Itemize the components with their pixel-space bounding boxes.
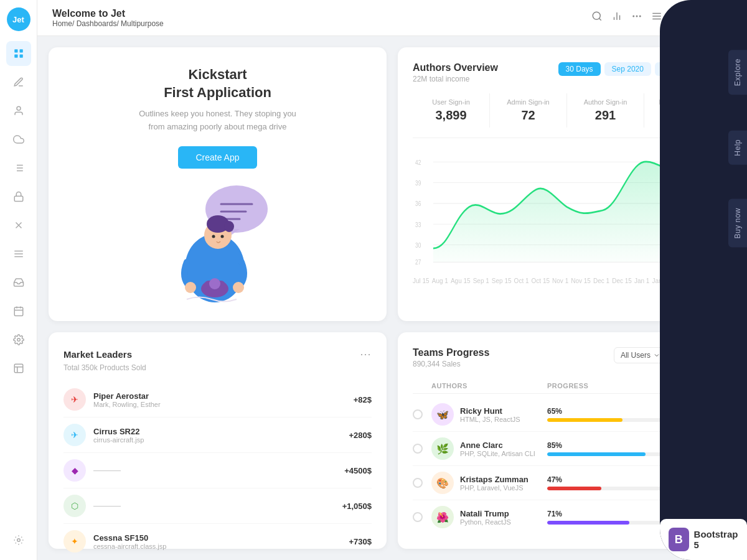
svg-point-49: [224, 221, 234, 232]
progress-bar-fill: [547, 418, 622, 422]
x-label: Sep 1: [473, 278, 489, 284]
progress-bar-fill: [547, 521, 629, 525]
search-icon[interactable]: [591, 11, 603, 25]
breadcrumb-home[interactable]: Home/: [52, 19, 74, 28]
create-app-button[interactable]: Create App: [178, 146, 256, 169]
svg-point-32: [640, 16, 641, 17]
sidebar-item-list[interactable]: [6, 156, 31, 180]
svg-text:30: 30: [415, 241, 421, 249]
progress-bar-bg: [547, 487, 663, 490]
progress-bar-bg: [547, 418, 663, 422]
svg-line-27: [599, 18, 601, 20]
market-item: ✈ Cirrus SR22 cirrus-aircraft.jsp +280$: [63, 418, 372, 453]
authors-title-group: Authors Overview 22M total income: [413, 62, 498, 83]
svg-rect-2: [14, 55, 17, 58]
team-author-anne: 🌿 Anne Clarc PHP, SQLite, Artisan CLI: [431, 437, 547, 460]
market-leaders-card: Market Leaders ⋯ Total 350k Products Sol…: [49, 332, 387, 549]
market-info-4: ————: [93, 502, 342, 510]
team-member-name: Anne Clarc: [460, 441, 535, 450]
help-button[interactable]: Help: [728, 131, 747, 165]
svg-text:27: 27: [415, 258, 421, 265]
sidebar-item-calendar[interactable]: [6, 299, 31, 324]
team-author-ricky: 🦋 Ricky Hunt HTML, JS, ReactJS: [431, 403, 547, 426]
x-label: Oct 1: [514, 278, 529, 284]
sidebar-item-lock[interactable]: [6, 184, 31, 209]
authors-subtitle: 22M total income: [413, 75, 498, 83]
svg-point-31: [636, 16, 637, 17]
svg-rect-17: [14, 307, 23, 316]
row-checkbox[interactable]: [413, 409, 431, 419]
market-value-3: +4500$: [344, 466, 372, 475]
bootstrap-icon: B: [669, 528, 689, 551]
sidebar-item-cloud[interactable]: [6, 127, 31, 152]
authors-title: Authors Overview: [413, 62, 498, 73]
sidebar-item-user[interactable]: [6, 98, 31, 123]
teams-title-group: Teams Progress 890,344 Sales: [413, 347, 489, 368]
row-checkbox[interactable]: [413, 478, 431, 488]
team-author-kristaps: 🎨 Kristaps Zumman PHP, Laravel, VueJS: [431, 472, 547, 494]
sidebar-item-settings2[interactable]: [6, 327, 31, 352]
sidebar-item-inbox[interactable]: [6, 270, 31, 295]
main-content: Welcome to Jet Home/ Dashboards/ Multipu…: [37, 0, 747, 560]
market-name: Cessna SF150: [93, 533, 349, 543]
team-progress-ricky: 65%: [547, 407, 663, 422]
more-options-button[interactable]: ⋯: [360, 347, 372, 361]
svg-point-33: [633, 16, 634, 17]
market-item: ✦ Cessna SF150 cessna-aircraft.class.jsp…: [63, 524, 372, 559]
progress-label: 47%: [547, 475, 663, 484]
sidebar-item-layout[interactable]: [6, 356, 31, 381]
tab-30days[interactable]: 30 Days: [558, 62, 601, 76]
buy-now-button[interactable]: Buy now: [728, 199, 747, 248]
svg-rect-0: [14, 49, 17, 52]
team-tech: HTML, JS, ReactJS: [460, 416, 520, 423]
svg-text:33: 33: [415, 220, 421, 228]
bootstrap-label: Bootstrap 5: [694, 529, 738, 550]
explore-button[interactable]: Explore: [728, 50, 747, 95]
sidebar-item-menu[interactable]: [6, 241, 31, 266]
breadcrumb-dashboards[interactable]: Dashboards/: [77, 19, 119, 28]
svg-point-51: [220, 235, 223, 238]
market-icon-3: ◆: [63, 459, 86, 482]
market-value-4: +1,050$: [342, 502, 372, 511]
page-title: Welcome to Jet: [52, 8, 591, 19]
svg-point-50: [212, 235, 215, 238]
progress-bar-fill: [547, 487, 601, 490]
chart-icon[interactable]: [611, 11, 622, 25]
progress-bar-bg: [547, 521, 663, 525]
x-label: Agu 15: [451, 278, 471, 284]
stat-value-admin: 72: [490, 108, 566, 123]
team-tech: PHP, SQLite, Artisan CLI: [460, 450, 535, 457]
apps-icon[interactable]: [631, 11, 642, 25]
sidebar-item-pen[interactable]: [6, 70, 31, 95]
breadcrumb: Home/ Dashboards/ Multipurpose: [52, 19, 591, 28]
market-sub: cessna-aircraft.class.jsp: [93, 543, 349, 550]
market-leaders-header: Market Leaders ⋯: [63, 347, 372, 361]
sidebar-item-gear[interactable]: [6, 528, 31, 553]
team-author-natali: 🌺 Natali Trump Python, ReactJS: [431, 506, 547, 528]
content-grid: Kickstart First Application Outlines kee…: [37, 36, 747, 560]
tab-sep2020[interactable]: Sep 2020: [604, 62, 651, 76]
kickstart-title: Kickstart First Application: [137, 66, 299, 101]
row-checkbox[interactable]: [413, 444, 431, 454]
market-item: ⬡ ———— +1,050$: [63, 488, 372, 524]
team-tech: Python, ReactJS: [460, 518, 511, 526]
stat-admin-signin: Admin Sign-in 72: [490, 93, 567, 128]
market-leaders-subtitle: Total 350k Products Sold: [63, 363, 372, 372]
svg-text:36: 36: [415, 200, 421, 207]
x-label: Nov 1: [552, 278, 568, 284]
logo[interactable]: Jet: [7, 7, 31, 31]
svg-rect-11: [14, 196, 23, 201]
svg-rect-1: [19, 49, 22, 52]
row-checkbox[interactable]: [413, 512, 431, 522]
progress-bar-fill: [547, 452, 646, 456]
market-info-3: ————: [93, 467, 344, 474]
x-label: Dec 15: [612, 278, 632, 284]
team-progress-kristaps: 47%: [547, 475, 663, 490]
x-label: Aug 1: [432, 278, 448, 284]
svg-point-26: [593, 12, 600, 19]
sidebar-item-close[interactable]: [6, 213, 31, 238]
kickstart-description: Outlines keep you honest. They stoping y…: [137, 108, 299, 134]
dropdown-label: All Users: [621, 351, 651, 360]
team-member-name: Natali Trump: [460, 509, 511, 518]
sidebar-item-dashboard[interactable]: [6, 41, 31, 66]
